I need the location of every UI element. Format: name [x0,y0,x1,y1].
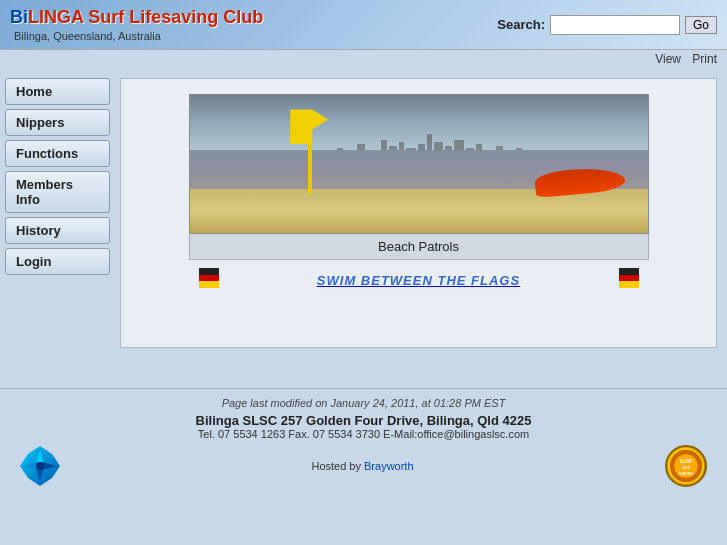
flag-icon-left [199,268,219,293]
svg-rect-27 [619,281,639,288]
slsc-badge-icon: SURF LIFE SAVING [667,446,705,486]
swim-between-flags-link[interactable]: SWIM BETWEEN THE FLAGS [317,273,520,288]
svg-marker-31 [42,462,56,470]
svg-rect-26 [619,275,639,281]
footer-logo-right: SURF LIFE SAVING [665,445,707,487]
sidebar-item-nippers[interactable]: Nippers [5,109,110,136]
hosted-by-label: Hosted by [311,460,361,472]
content-area: Beach Patrols SWIM BETWEEN THE FLAGS [115,68,727,388]
compass-icon [22,448,58,484]
logo-subtext: Bilinga, Queensland, Australia [14,30,263,42]
hosted-area: Hosted by Brayworth [311,460,413,472]
svg-text:LIFE: LIFE [682,466,691,470]
search-input[interactable] [550,15,680,35]
sand-layer [190,189,648,233]
brayworth-link[interactable]: Brayworth [364,460,414,472]
svg-rect-23 [199,275,219,281]
flag-icon-right [619,268,639,293]
sidebar-item-login[interactable]: Login [5,248,110,275]
logo-wrapper: BiLINGA Surf Lifesaving Club Bilinga, Qu… [10,7,263,42]
view-print-bar: View Print [0,50,727,68]
sidebar-item-history[interactable]: History [5,217,110,244]
main-layout: Home Nippers Functions Members Info Hist… [0,68,727,388]
search-area: Search: Go [497,15,717,35]
logo-prefix: Bi [10,7,28,27]
svg-text:SAVING: SAVING [679,472,693,476]
view-link[interactable]: View [655,52,681,66]
svg-marker-29 [36,468,44,482]
footer: Page last modified on January 24, 2011, … [0,388,727,495]
go-button[interactable]: Go [685,16,717,34]
logo-text: BiLINGA Surf Lifesaving Club [10,7,263,28]
svg-point-32 [36,462,44,470]
flags-row: SWIM BETWEEN THE FLAGS [189,263,649,298]
footer-logo-left [20,446,60,486]
caption-text: Beach Patrols [378,239,459,254]
svg-marker-30 [24,462,38,470]
yellow-flag [290,109,330,194]
svg-rect-25 [619,268,639,275]
contact-info: Tel. 07 5534 1263 Fax. 07 5534 3730 E-Ma… [10,428,717,440]
sidebar: Home Nippers Functions Members Info Hist… [0,68,115,388]
sidebar-item-members-info[interactable]: Members Info [5,171,110,213]
flag-top [290,109,328,144]
footer-modified: Page last modified on January 24, 2011, … [10,397,717,409]
sidebar-item-functions[interactable]: Functions [5,140,110,167]
logo-area: BiLINGA Surf Lifesaving Club Bilinga, Qu… [10,7,263,42]
swim-text: SWIM BETWEEN THE FLAGS [317,273,520,288]
sidebar-item-home[interactable]: Home [5,78,110,105]
svg-rect-22 [199,268,219,275]
club-name: Bilinga SLSC 257 Golden Four Drive, Bili… [10,413,717,428]
header: BiLINGA Surf Lifesaving Club Bilinga, Qu… [0,0,727,50]
german-flag-right [619,268,639,288]
print-link[interactable]: Print [692,52,717,66]
beach-photo [189,94,649,234]
footer-bottom: Hosted by Brayworth SURF LIFE SAVING [10,445,717,487]
caption-bar: Beach Patrols [189,234,649,260]
svg-text:SURF: SURF [680,459,693,464]
svg-marker-28 [36,450,44,464]
footer-info: Bilinga SLSC 257 Golden Four Drive, Bili… [10,413,717,440]
svg-rect-24 [199,281,219,288]
german-flag-left [199,268,219,288]
search-label: Search: [497,17,545,32]
content-box: Beach Patrols SWIM BETWEEN THE FLAGS [120,78,717,348]
logo-middle: LINGA [28,7,83,27]
logo-suffix: Surf Lifesaving Club [83,7,263,27]
